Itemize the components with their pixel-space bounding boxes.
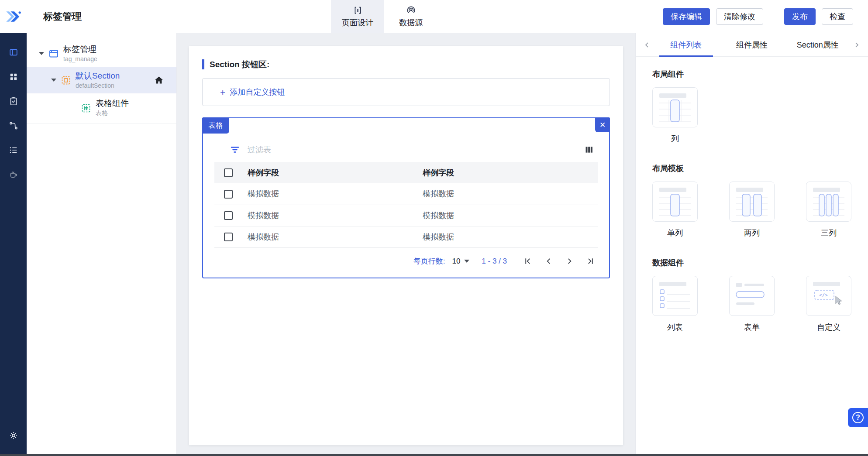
table-row[interactable]: 模拟数据 模拟数据 [214,226,598,247]
clear-changes-button[interactable]: 清除修改 [716,8,763,25]
data-source-icon [406,6,416,15]
tree-node-table[interactable]: 表格组件 表格 [27,93,176,124]
form-thumbnail-icon [729,276,775,316]
tab-component-list[interactable]: 组件列表 [653,33,719,57]
chevron-down-icon [464,260,469,263]
column-thumbnail-icon [652,87,698,127]
settings-gear-icon[interactable] [0,423,27,448]
save-edit-button[interactable]: 保存编辑 [663,8,710,25]
table-widget[interactable]: 表格 ✕ [202,117,610,278]
app: 标签管理 页面设计 数据 [0,0,868,456]
row-checkbox[interactable] [224,211,233,220]
data-card-list[interactable]: 列表 [652,276,698,333]
nav-java-icon[interactable] [0,162,27,187]
tabs-scroll-left-icon[interactable] [641,33,653,57]
widget-type-badge: 表格 [202,117,229,134]
widget-close-button[interactable]: ✕ [595,117,610,132]
plus-icon: + [220,88,225,97]
one-column-thumbnail-icon [652,182,698,222]
table-cell: 模拟数据 [248,183,423,205]
add-custom-button[interactable]: + 添加自定义按钮 [202,78,610,106]
template-card-three-columns[interactable]: 三列 [806,182,851,238]
rows-per-page-label: 每页行数: [413,256,445,266]
last-page-button[interactable] [583,254,598,269]
tabs-scroll-right-icon[interactable] [851,33,863,57]
data-card-custom[interactable]: </> 自定义 [806,276,851,333]
template-card-two-columns[interactable]: 两列 [729,182,775,238]
nav-page-designer-icon[interactable] [0,40,27,65]
data-components-section: 数据组件 列表 [652,257,851,333]
caret-down-icon[interactable] [51,79,56,82]
tree-node-root[interactable]: 标签管理 tag_manage [27,42,176,67]
window-bottom-edge [0,454,868,456]
check-button[interactable]: 检查 [822,8,853,25]
component-card-column[interactable]: 列 [652,87,698,144]
help-button[interactable]: ? [848,408,868,427]
question-mark-icon: ? [852,412,864,423]
pagination-bar: 每页行数: 10 1 - 3 / 3 [214,248,598,275]
publish-button[interactable]: 发布 [784,8,816,25]
app-logo[interactable] [0,0,27,33]
column-header: 样例字段 [248,162,423,183]
tree-node-section[interactable]: 默认Section defaultSection [27,67,176,93]
data-card-form[interactable]: 表单 [729,276,775,333]
prev-page-button[interactable] [541,254,556,269]
next-page-button[interactable] [562,254,577,269]
tab-component-props[interactable]: 组件属性 [719,33,785,57]
column-settings-icon[interactable] [585,145,593,154]
table-row[interactable]: 模拟数据 模拟数据 [214,183,598,205]
component-tree-panel: 标签管理 tag_manage 默认Section defaultSection [27,33,177,454]
first-page-button[interactable] [520,254,535,269]
nav-list-icon[interactable] [0,138,27,162]
header: 标签管理 页面设计 数据 [0,0,868,33]
page-title: 标签管理 [43,10,82,23]
tree-root-label: 标签管理 [63,45,97,54]
data-card-label: 自定义 [806,322,851,333]
header-actions: 保存编辑 清除修改 发布 检查 [663,8,868,25]
tab-data-source[interactable]: 数据源 [384,0,437,33]
table-cell: 模拟数据 [423,226,598,247]
row-checkbox[interactable] [224,233,233,241]
tab-page-design-label: 页面设计 [342,17,373,28]
nav-flow-icon[interactable] [0,113,27,138]
table-cell: 模拟数据 [423,183,598,205]
table-header-row: 样例字段 样例字段 [214,162,598,183]
section-heading: 布局组件 [652,69,851,79]
table-row[interactable]: 模拟数据 模拟数据 [214,205,598,226]
filter-table-input[interactable] [248,145,568,154]
table-node-icon [81,103,91,113]
table-cell: 模拟数据 [248,226,423,247]
row-checkbox[interactable] [224,190,233,199]
three-columns-thumbnail-icon [806,182,851,222]
right-panel: 组件列表 组件属性 Section属性 布局组件 [635,33,868,454]
rows-per-page-select[interactable]: 10 [452,257,469,266]
select-all-checkbox[interactable] [224,168,233,177]
page-range-label: 1 - 3 / 3 [482,257,507,266]
designer-mode-tabs: 页面设计 数据源 [331,0,437,33]
tab-data-source-label: 数据源 [399,17,423,28]
column-header: 样例字段 [423,162,598,183]
tab-page-design[interactable]: 页面设计 [331,0,384,33]
close-icon: ✕ [599,120,606,130]
component-library: 布局组件 列 [636,57,868,364]
section-heading: 布局模板 [652,163,851,174]
template-card-label: 两列 [729,228,775,238]
rows-per-page-value: 10 [452,257,460,266]
tree-section-sub: defaultSection [76,82,120,89]
section-heading: 数据组件 [652,257,851,268]
svg-text:</>: </> [819,292,828,298]
tab-section-props[interactable]: Section属性 [785,33,851,57]
tree-table-sub: 表格 [96,110,129,117]
page-design-icon [353,6,362,15]
home-icon[interactable] [154,75,164,86]
template-card-one-column[interactable]: 单列 [652,182,698,238]
data-card-label: 列表 [652,322,698,333]
component-card-label: 列 [652,134,698,144]
nav-components-icon[interactable] [0,65,27,89]
two-columns-thumbnail-icon [729,182,775,222]
caret-down-icon[interactable] [39,52,44,55]
nav-tasks-icon[interactable] [0,89,27,113]
table-filter-row [214,137,598,162]
list-thumbnail-icon [652,276,698,316]
add-custom-button-label: 添加自定义按钮 [230,87,285,97]
